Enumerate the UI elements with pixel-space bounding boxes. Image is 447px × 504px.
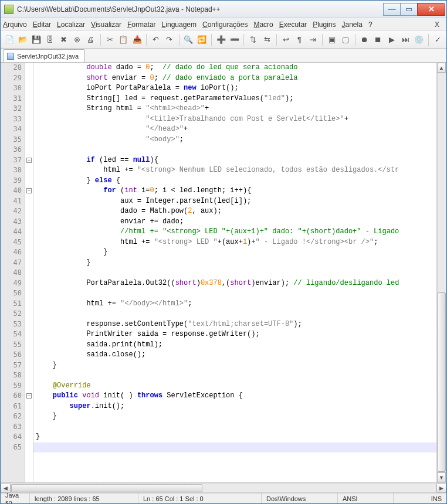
paste-icon[interactable]: 📥 <box>131 33 143 46</box>
menu-macro[interactable]: Macro <box>253 21 273 29</box>
close-all-icon[interactable]: ⊗ <box>71 33 83 46</box>
zoom-out-icon[interactable]: ➖ <box>228 33 241 46</box>
save-icon[interactable]: 💾 <box>30 33 42 46</box>
play-multi-icon[interactable]: ⏭ <box>399 33 411 46</box>
horizontal-scrollbar[interactable]: ◀ ▶ <box>1 482 446 493</box>
code-line[interactable]: } <box>33 258 436 268</box>
new-icon[interactable]: 📄 <box>3 33 15 46</box>
menu-editar[interactable]: Editar <box>33 21 51 29</box>
code-line[interactable]: html += "</body></html>"; <box>33 299 436 309</box>
all-chars-icon[interactable]: ¶ <box>293 33 306 46</box>
code-line[interactable]: @Override <box>33 381 436 391</box>
code-line[interactable]: double dado = 0; // dado do led que sera… <box>33 63 436 73</box>
undo-icon[interactable]: ↶ <box>150 33 162 46</box>
code-line[interactable]: ioPort PortaParalela = new ioPort(); <box>33 83 436 94</box>
menu-executar[interactable]: Executar <box>279 21 307 29</box>
code-line[interactable]: String[] led = request.getParameterValue… <box>33 94 436 104</box>
find-icon[interactable]: 🔍 <box>182 33 195 46</box>
copy-icon[interactable]: 📋 <box>117 33 130 46</box>
menu-?[interactable]: ? <box>368 21 372 29</box>
code-line[interactable]: //html += "<strong> LED "+(aux+1)+" dado… <box>33 227 436 237</box>
menubar-close[interactable]: X <box>435 21 439 29</box>
menu-visualizar[interactable]: Visualizar <box>91 21 121 29</box>
indent-icon[interactable]: ⇥ <box>307 33 319 46</box>
scroll-up-icon[interactable]: ▲ <box>437 63 446 73</box>
code-line[interactable] <box>33 288 436 299</box>
code-area[interactable]: double dado = 0; // dado do led que sera… <box>33 63 436 482</box>
code-line[interactable] <box>33 442 436 453</box>
fold-toggle-icon[interactable]: − <box>26 158 32 163</box>
open-icon[interactable]: 📂 <box>16 33 29 46</box>
sync-v-icon[interactable]: ⇅ <box>247 33 259 46</box>
fold-icon[interactable]: ▣ <box>326 33 338 46</box>
scroll-down-icon[interactable]: ▼ <box>437 472 446 482</box>
spell-icon[interactable]: ✓ <box>432 33 444 46</box>
print-icon[interactable]: 🖨 <box>84 33 97 46</box>
code-line[interactable]: response.setContentType("text/html;chars… <box>33 319 436 330</box>
vertical-scrollbar[interactable]: ▲ ▼ <box>436 63 446 482</box>
menu-linguagem[interactable]: Linguagem <box>162 21 197 29</box>
scroll-thumb[interactable] <box>11 484 202 492</box>
code-line[interactable]: "<title>Trabalhando com Post e Servlet</… <box>33 114 436 125</box>
code-line[interactable]: aux = Integer.parseInt(led[i]); <box>33 196 436 207</box>
menu-formatar[interactable]: Formatar <box>127 21 156 29</box>
cut-icon[interactable]: ✂ <box>104 33 116 46</box>
code-line[interactable] <box>33 370 436 381</box>
code-line[interactable] <box>33 268 436 278</box>
scroll-track[interactable] <box>437 73 446 472</box>
menu-configurações[interactable]: Configurações <box>202 21 248 29</box>
sync-h-icon[interactable]: ⇆ <box>261 33 273 46</box>
fold-toggle-icon[interactable]: − <box>26 393 32 399</box>
scroll-right-icon[interactable]: ▶ <box>436 483 446 493</box>
code-line[interactable]: for (int i=0; i < led.length; i++){ <box>33 186 436 196</box>
play-icon[interactable]: ▶ <box>385 33 398 46</box>
code-line[interactable] <box>33 145 436 155</box>
status-lang: Java so <box>1 493 30 503</box>
zoom-in-icon[interactable]: ➕ <box>215 33 227 46</box>
code-line[interactable]: String html = "<html><head>"+ <box>33 104 436 114</box>
code-line[interactable]: } <box>33 432 436 442</box>
save-all-icon[interactable]: 🗄 <box>44 33 56 46</box>
save-macro-icon[interactable]: 💿 <box>413 33 425 46</box>
wrap-icon[interactable]: ↩ <box>280 33 292 46</box>
code-line[interactable]: } <box>33 411 436 422</box>
code-line[interactable] <box>33 422 436 433</box>
scroll-thumb[interactable] <box>438 292 446 472</box>
code-line[interactable]: html += "<strong> Nenhum LED selecionado… <box>33 165 436 176</box>
code-line[interactable]: public void init( ) throws ServletExcept… <box>33 391 436 401</box>
titlebar[interactable]: C:\Users\WebLab\Documents\ServletJnpOut3… <box>1 1 446 18</box>
code-line[interactable]: saida.print(html); <box>33 340 436 350</box>
close-button[interactable]: ✕ <box>417 3 445 16</box>
menu-plugins[interactable]: Plugins <box>313 21 336 29</box>
code-line[interactable]: "<body>"; <box>33 135 436 145</box>
code-line[interactable]: super.init(); <box>33 401 436 412</box>
code-line[interactable] <box>33 309 436 319</box>
code-line[interactable]: } else { <box>33 176 436 186</box>
code-line[interactable]: dado = Math.pow(2, aux); <box>33 206 436 217</box>
code-line[interactable]: enviar += dado; <box>33 217 436 227</box>
replace-icon[interactable]: 🔁 <box>196 33 208 46</box>
code-line[interactable]: html += "<strong> LED "+(aux+1)+" - Liga… <box>33 237 436 248</box>
code-line[interactable]: } <box>33 247 436 258</box>
code-line[interactable]: if (led == null){ <box>33 155 436 166</box>
code-line[interactable]: PrintWriter saida = response.getWriter()… <box>33 329 436 340</box>
maximize-button[interactable]: ▭ <box>400 3 418 16</box>
unfold-icon[interactable]: ▢ <box>340 33 352 46</box>
fold-toggle-icon[interactable]: − <box>26 188 32 193</box>
menu-localizar[interactable]: Localizar <box>57 21 85 29</box>
close-icon[interactable]: ✖ <box>57 33 70 46</box>
code-line[interactable]: short enviar = 0; // dado enviado a port… <box>33 73 436 84</box>
toolbar-separator <box>179 34 180 46</box>
record-icon[interactable]: ⏺ <box>358 33 371 46</box>
stop-icon[interactable]: ⏹ <box>372 33 384 46</box>
redo-icon[interactable]: ↷ <box>163 33 175 46</box>
code-line[interactable]: saida.close(); <box>33 350 436 360</box>
scroll-track[interactable] <box>11 483 436 493</box>
menu-janela[interactable]: Janela <box>342 21 363 29</box>
code-line[interactable]: "</head>"+ <box>33 124 436 135</box>
minimize-button[interactable]: ― <box>383 3 401 16</box>
tab-active[interactable]: ServletJnpOut32.java <box>3 49 85 62</box>
menu-arquivo[interactable]: Arquivo <box>3 21 27 29</box>
code-line[interactable]: } <box>33 360 436 371</box>
code-line[interactable]: PortaParalela.Out32((short)0x378,(short)… <box>33 278 436 289</box>
